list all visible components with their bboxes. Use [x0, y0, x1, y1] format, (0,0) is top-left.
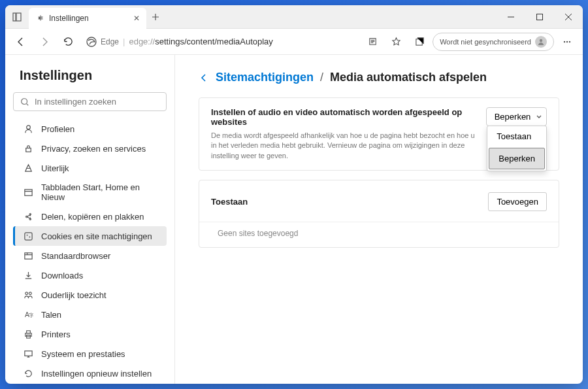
svg-rect-12	[24, 189, 31, 195]
palette-icon	[23, 163, 33, 173]
language-icon: A字	[23, 309, 33, 320]
svg-point-17	[26, 234, 27, 235]
close-tab-icon[interactable]: ✕	[133, 14, 140, 23]
svg-rect-27	[24, 350, 31, 356]
svg-point-18	[29, 236, 30, 237]
svg-rect-16	[24, 232, 31, 239]
svg-rect-19	[24, 252, 31, 258]
edge-logo-icon	[86, 37, 97, 47]
favorites-icon[interactable]	[385, 31, 406, 52]
svg-point-8	[569, 41, 570, 42]
reading-mode-icon[interactable]	[362, 31, 383, 52]
forward-button[interactable]	[34, 31, 55, 52]
chevron-down-icon	[536, 114, 542, 120]
profile-sync-button[interactable]: Wordt niet gesynchroniseerd	[433, 33, 554, 51]
svg-rect-11	[25, 148, 31, 152]
settings-sidebar: Instellingen Profielen Privacy, zoeken e…	[5, 55, 175, 384]
family-icon	[23, 290, 33, 300]
sidebar-item-share[interactable]: Delen, kopiëren en plakken	[13, 207, 167, 226]
sidebar-item-languages[interactable]: A字Talen	[13, 305, 167, 324]
tab-title: Instellingen	[49, 14, 89, 23]
download-icon	[23, 270, 33, 280]
printer-icon	[23, 329, 33, 339]
empty-sites-text: Geen sites toegevoegd	[211, 229, 547, 238]
sidebar-item-default-browser[interactable]: Standaardbrowser	[13, 246, 167, 265]
sidebar-item-appearance[interactable]: Uiterlijk	[13, 158, 167, 178]
svg-point-20	[25, 292, 27, 294]
sidebar-item-reset[interactable]: Instellingen opnieuw instellen	[13, 364, 167, 383]
cookie-icon	[23, 231, 33, 241]
svg-point-6	[564, 41, 565, 42]
collections-icon[interactable]	[409, 31, 430, 52]
avatar-icon	[535, 36, 547, 48]
sidebar-item-downloads[interactable]: Downloads	[13, 265, 167, 285]
menu-button[interactable]	[557, 31, 578, 52]
sidebar-item-printers[interactable]: Printers	[13, 324, 167, 344]
back-button[interactable]	[10, 31, 31, 52]
new-tab-button[interactable]	[146, 13, 165, 21]
browser-tab[interactable]: Instellingen ✕	[29, 8, 146, 29]
address-context: Edge	[101, 37, 119, 46]
reset-icon	[23, 368, 33, 379]
search-icon	[20, 97, 29, 107]
autoplay-setting-card: Instellen of audio en video automatisch …	[199, 97, 559, 171]
sidebar-title: Instellingen	[13, 68, 167, 83]
dropdown-option-limit[interactable]: Beperken	[489, 148, 545, 169]
breadcrumb-back-button[interactable]	[199, 73, 209, 83]
lock-icon	[23, 143, 33, 154]
maximize-button[interactable]	[525, 5, 554, 29]
dropdown-option-allow[interactable]: Toestaan	[487, 126, 546, 146]
autoplay-description: De media wordt afgespeeld afhankelijk va…	[211, 131, 476, 161]
sidebar-item-profiles[interactable]: Profielen	[13, 119, 167, 139]
autoplay-title: Instellen of audio en video automatisch …	[211, 107, 476, 127]
svg-point-10	[26, 125, 30, 129]
sidebar-item-family[interactable]: Ouderlijk toezicht	[13, 285, 167, 305]
minimize-button[interactable]	[497, 5, 525, 29]
search-input[interactable]	[35, 97, 159, 107]
browser-icon	[23, 250, 33, 261]
toolbar: Edge | edge://settings/content/mediaAuto…	[5, 29, 583, 55]
svg-rect-0	[13, 13, 16, 21]
svg-point-9	[22, 98, 27, 104]
breadcrumb: Sitemachtigingen / Media automatisch afs…	[199, 71, 559, 84]
svg-rect-25	[26, 330, 30, 333]
add-site-button[interactable]: Toevoegen	[488, 192, 547, 211]
gear-icon	[35, 14, 44, 22]
svg-point-21	[29, 292, 31, 294]
sidebar-item-tabs[interactable]: Tabbladen Start, Home en Nieuw	[13, 178, 167, 207]
titlebar: Instellingen ✕	[5, 5, 583, 29]
allow-sites-card: Toestaan Toevoegen Geen sites toegevoegd	[199, 180, 559, 248]
main-content: Sitemachtigingen / Media automatisch afs…	[175, 55, 583, 384]
autoplay-dropdown-menu: Toestaan Beperken	[487, 126, 547, 171]
allow-section-title: Toestaan	[211, 197, 248, 207]
svg-point-5	[540, 39, 542, 41]
share-icon	[23, 211, 33, 222]
address-bar[interactable]: Edge | edge://settings/content/mediaAuto…	[81, 37, 359, 47]
autoplay-dropdown[interactable]: Beperken	[486, 107, 547, 126]
sidebar-item-cookies[interactable]: Cookies en site machtigingen	[13, 226, 167, 246]
tab-actions-icon[interactable]	[5, 12, 29, 22]
sidebar-item-system[interactable]: Systeem en prestaties	[13, 344, 167, 364]
close-window-button[interactable]	[554, 5, 583, 29]
svg-rect-1	[16, 13, 21, 21]
sidebar-item-privacy[interactable]: Privacy, zoeken en services	[13, 139, 167, 158]
breadcrumb-current: Media automatisch afspelen	[330, 71, 487, 84]
settings-search[interactable]	[13, 92, 167, 111]
svg-text:字: 字	[28, 312, 33, 318]
svg-rect-2	[537, 14, 543, 20]
address-url: edge://settings/content/mediaAutoplay	[129, 37, 272, 46]
svg-point-7	[566, 41, 568, 42]
sidebar-item-phone[interactable]: Telefoon en andere apparaten	[13, 383, 167, 384]
tab-icon	[23, 187, 33, 197]
profile-icon	[23, 124, 33, 134]
refresh-button[interactable]	[57, 31, 78, 52]
breadcrumb-link[interactable]: Sitemachtigingen	[216, 71, 314, 84]
monitor-icon	[23, 348, 33, 359]
